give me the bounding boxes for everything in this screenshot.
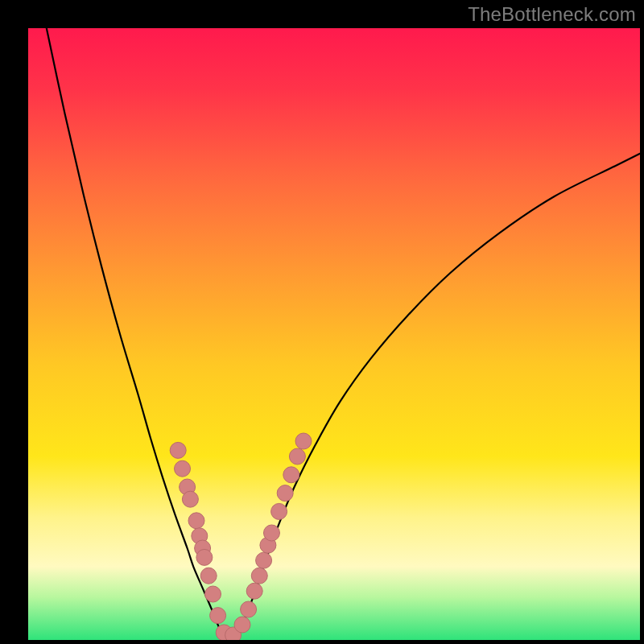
data-marker — [283, 467, 299, 483]
data-marker — [175, 460, 191, 477]
chart-frame: TheBottleneck.com — [0, 0, 644, 644]
data-marker — [196, 549, 213, 565]
data-marker — [271, 503, 287, 519]
data-marker — [251, 568, 267, 584]
data-marker — [170, 442, 186, 458]
watermark-label: TheBottleneck.com — [468, 3, 636, 26]
data-marker — [263, 525, 279, 541]
data-marker — [277, 485, 293, 502]
data-marker — [188, 513, 204, 529]
data-marker — [234, 617, 250, 633]
bottleneck-chart — [0, 0, 644, 644]
data-marker — [182, 491, 198, 507]
data-marker — [205, 586, 221, 602]
data-marker — [246, 583, 262, 599]
data-marker — [295, 433, 312, 449]
data-marker — [210, 608, 226, 624]
data-marker — [200, 568, 217, 584]
data-marker — [241, 601, 257, 617]
data-marker — [256, 552, 272, 568]
data-marker — [289, 448, 305, 464]
